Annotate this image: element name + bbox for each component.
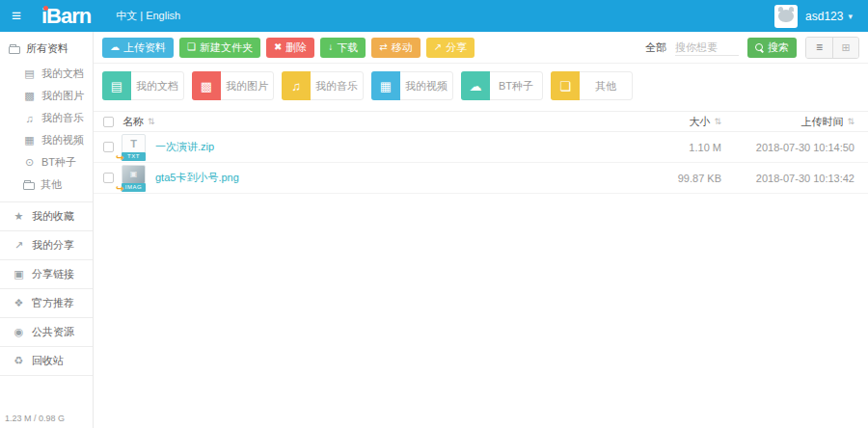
time-column-header: 上传时间 xyxy=(800,115,843,129)
upload-time: 2018-07-30 10:13:42 xyxy=(721,173,854,184)
list-view-button[interactable]: ≡ xyxy=(806,38,832,58)
music-icon: ♫ xyxy=(282,71,311,100)
chevron-down-icon: ▾ xyxy=(848,12,853,21)
sidebar-item-my-pictures[interactable]: ▩我的图片 xyxy=(0,85,93,107)
star-icon: ★ xyxy=(13,210,25,223)
link-icon: ▣ xyxy=(13,268,25,281)
file-type-badge: TXT xyxy=(122,152,146,161)
delete-button[interactable]: ✖删除 xyxy=(266,38,314,58)
grid-view-button[interactable]: ⊞ xyxy=(832,38,858,58)
folder-icon: ❏ xyxy=(187,42,196,52)
upload-button[interactable]: ☁上传资料 xyxy=(102,38,174,58)
search-input[interactable] xyxy=(675,39,739,56)
row-checkbox[interactable] xyxy=(103,142,114,152)
sidebar-item-my-favorites[interactable]: ★我的收藏 xyxy=(0,201,93,230)
search-button[interactable]: 搜索 xyxy=(747,38,797,58)
sort-time-icon[interactable]: ⇅ xyxy=(847,117,854,126)
file-type-icon: T TXT ↪ xyxy=(122,134,146,161)
open-folder-icon: ❏ xyxy=(551,71,580,100)
download-button[interactable]: ↓下载 xyxy=(320,38,366,58)
image-icon: ▩ xyxy=(192,71,221,100)
upload-time: 2018-07-30 10:14:50 xyxy=(721,142,854,153)
sidebar-item-all-files[interactable]: 所有资料 xyxy=(0,32,93,63)
video-icon: ▦ xyxy=(371,71,400,100)
bt-seed-icon: ⊙ xyxy=(23,156,36,169)
app-logo[interactable]: iBarn xyxy=(41,6,91,27)
table-header: 名称⇅ 大小⇅ 上传时间⇅ xyxy=(94,111,868,132)
user-menu[interactable]: asd123 ▾ xyxy=(774,5,853,28)
category-bt-seeds[interactable]: ☁BT种子 xyxy=(461,71,543,100)
file-type-icon: ▣ IMAG ↪ xyxy=(122,165,146,192)
video-icon: ▦ xyxy=(23,134,36,147)
sidebar-item-public-resources[interactable]: ◉公共资源 xyxy=(0,317,93,346)
select-all-checkbox[interactable] xyxy=(103,117,114,127)
share-icon: ↗ xyxy=(13,239,25,252)
sidebar-item-others[interactable]: 其他 xyxy=(0,174,93,196)
document-icon: ▤ xyxy=(102,71,131,100)
file-size: 99.87 KB xyxy=(625,173,721,184)
category-others[interactable]: ❏其他 xyxy=(551,71,633,100)
category-my-documents[interactable]: ▤我的文档 xyxy=(102,71,184,100)
trash-icon: ♻ xyxy=(13,355,25,367)
size-column-header: 大小 xyxy=(689,115,710,129)
file-table: 名称⇅ 大小⇅ 上传时间⇅ T TXT ↪ 一次演讲.zip 1.10 M 20… xyxy=(94,107,868,194)
image-icon: ▩ xyxy=(23,90,36,102)
file-name-link[interactable]: gta5卡到小号.png xyxy=(155,171,625,185)
sidebar-item-my-music[interactable]: ♫我的音乐 xyxy=(0,107,93,129)
category-my-pictures[interactable]: ▩我的图片 xyxy=(192,71,274,100)
sidebar-item-official-picks[interactable]: ❖官方推荐 xyxy=(0,288,93,317)
music-icon: ♫ xyxy=(23,113,36,124)
category-my-videos[interactable]: ▦我的视频 xyxy=(371,71,453,100)
image-thumbnail-icon: ▣ xyxy=(122,165,146,184)
move-button[interactable]: ⇄移动 xyxy=(371,38,420,58)
cloud-upload-icon: ☁ xyxy=(110,42,120,52)
sidebar-item-recycle-bin[interactable]: ♻回收站 xyxy=(0,346,93,376)
table-row: T TXT ↪ 一次演讲.zip 1.10 M 2018-07-30 10:14… xyxy=(94,132,868,163)
file-size: 1.10 M xyxy=(625,142,721,153)
storage-usage: 1.23 M / 0.98 G xyxy=(5,414,65,423)
sidebar-item-my-shares[interactable]: ↗我的分享 xyxy=(0,230,93,259)
sidebar-item-my-videos[interactable]: ▦我的视频 xyxy=(0,129,93,151)
cloud-download-icon: ☁ xyxy=(461,71,490,100)
avatar-image xyxy=(778,10,794,22)
category-cards: ▤我的文档 ▩我的图片 ♫我的音乐 ▦我的视频 ☁BT种子 ❏其他 xyxy=(94,64,868,107)
search-icon xyxy=(755,43,764,52)
txt-file-icon: T xyxy=(122,134,146,153)
main-panel: ☁上传资料 ❏新建文件夹 ✖删除 ↓下载 ⇄移动 ↗分享 全部 搜索 ≡ ⊞ xyxy=(94,32,868,428)
file-name-link[interactable]: 一次演讲.zip xyxy=(155,140,625,154)
name-column-header: 名称 xyxy=(122,115,144,129)
sidebar-item-share-links[interactable]: ▣分享链接 xyxy=(0,259,93,288)
file-type-badge: IMAG xyxy=(122,183,146,192)
share-icon: ↗ xyxy=(434,42,442,52)
filter-all-dropdown[interactable]: 全部 xyxy=(645,40,666,55)
folder-icon xyxy=(9,46,20,54)
rss-icon: ◉ xyxy=(13,326,25,338)
app-window: ≡ iBarn 中文 | English asd123 ▾ 所有资料 ▤我的文档… xyxy=(0,0,868,428)
folder-icon xyxy=(23,182,35,190)
sidebar-item-bt-seeds[interactable]: ⊙BT种子 xyxy=(0,151,93,174)
move-icon: ⇄ xyxy=(379,42,387,52)
sort-name-icon[interactable]: ⇅ xyxy=(148,117,155,126)
view-toggle: ≡ ⊞ xyxy=(805,37,859,59)
download-icon: ↓ xyxy=(328,42,333,52)
toolbar: ☁上传资料 ❏新建文件夹 ✖删除 ↓下载 ⇄移动 ↗分享 全部 搜索 ≡ ⊞ xyxy=(94,32,868,64)
sidebar-item-my-documents[interactable]: ▤我的文档 xyxy=(0,63,93,85)
new-folder-button[interactable]: ❏新建文件夹 xyxy=(179,38,260,58)
briefcase-icon: ❖ xyxy=(13,297,25,309)
shared-mark-icon: ↪ xyxy=(116,153,123,163)
language-switcher[interactable]: 中文 | English xyxy=(116,9,180,23)
logo-dot xyxy=(43,6,48,11)
sort-size-icon[interactable]: ⇅ xyxy=(714,117,721,126)
row-checkbox[interactable] xyxy=(103,173,114,183)
share-button[interactable]: ↗分享 xyxy=(426,38,475,58)
hamburger-menu-icon[interactable]: ≡ xyxy=(12,8,21,24)
shared-mark-icon: ↪ xyxy=(116,184,123,194)
username: asd123 xyxy=(805,10,843,23)
avatar xyxy=(774,5,798,28)
top-bar: ≡ iBarn 中文 | English asd123 ▾ xyxy=(0,0,868,32)
category-my-music[interactable]: ♫我的音乐 xyxy=(282,71,364,100)
delete-icon: ✖ xyxy=(274,42,282,52)
table-row: ▣ IMAG ↪ gta5卡到小号.png 99.87 KB 2018-07-3… xyxy=(94,163,868,194)
sidebar: 所有资料 ▤我的文档 ▩我的图片 ♫我的音乐 ▦我的视频 ⊙BT种子 其他 ★我… xyxy=(0,32,94,428)
document-icon: ▤ xyxy=(23,67,36,80)
